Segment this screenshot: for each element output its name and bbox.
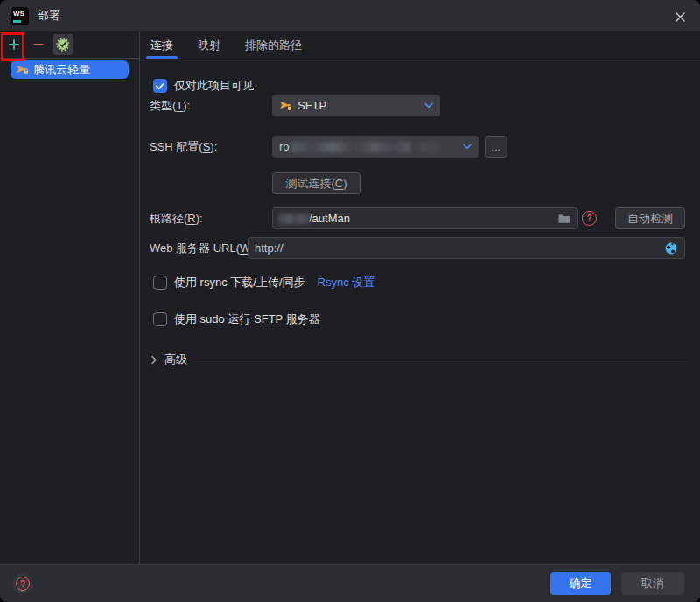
visible-only-row: 仅对此项目可见: [140, 78, 700, 94]
autodetect-button[interactable]: 自动检测: [615, 207, 685, 229]
help-icon: ?: [16, 577, 30, 591]
test-connection-row: 测试连接(C): [140, 172, 700, 194]
ssh-config-label: SSH 配置(S):: [150, 136, 217, 158]
root-path-redacted-prefix: [279, 214, 309, 224]
ssh-config-dropdown[interactable]: ro: [272, 136, 479, 158]
tab-bar: 连接 映射 排除的路径: [140, 32, 700, 60]
type-row: 类型(T): SFTP: [140, 94, 700, 116]
dialog-title: 部署: [38, 8, 60, 24]
sudo-checkbox[interactable]: [153, 312, 167, 326]
folder-icon[interactable]: [557, 212, 571, 226]
titlebar: WS 部署: [0, 0, 700, 32]
sidebar-toolbar: [0, 32, 139, 59]
remove-server-button[interactable]: [28, 34, 49, 55]
webstorm-logo-underscore: [13, 20, 21, 23]
ssh-config-row: SSH 配置(S): ro ...: [140, 136, 700, 158]
ssh-config-visible-text: ro: [279, 140, 290, 153]
web-url-field[interactable]: http://: [248, 237, 685, 259]
sftp-type-icon: [279, 99, 292, 112]
globe-icon[interactable]: [664, 242, 678, 256]
chevron-right-icon: [150, 355, 158, 365]
root-path-field[interactable]: /autMan: [272, 207, 578, 229]
check-icon: [156, 82, 164, 90]
root-path-help-icon[interactable]: ?: [582, 211, 597, 226]
visible-only-label: 仅对此项目可见: [174, 78, 254, 94]
settings-pane: 连接 映射 排除的路径 仅对此项目可见 类型(T):: [140, 32, 700, 564]
webstorm-logo-text: WS: [13, 10, 24, 18]
minus-icon: [32, 38, 45, 51]
ssh-config-redacted-value: [291, 142, 410, 152]
visible-only-checkbox[interactable]: [153, 79, 167, 93]
web-url-label: Web 服务器 URL(W):: [150, 237, 257, 259]
webstorm-logo-icon: WS: [10, 7, 29, 25]
advanced-divider: [196, 360, 686, 360]
verified-badge-icon: [56, 38, 70, 52]
server-list-sidebar: 腾讯云轻量: [0, 32, 140, 564]
test-connection-button[interactable]: 测试连接(C): [272, 172, 360, 194]
sftp-server-icon: [16, 63, 29, 76]
rsync-checkbox[interactable]: [153, 276, 167, 290]
server-name: 腾讯云轻量: [33, 62, 90, 78]
rsync-settings-link[interactable]: Rsync 设置: [318, 275, 375, 290]
ssh-config-more-button[interactable]: ...: [485, 136, 508, 158]
advanced-section-toggle[interactable]: 高级: [150, 353, 686, 367]
root-path-label: 根路径(R):: [150, 207, 203, 229]
tab-excluded-paths[interactable]: 排除的路径: [245, 32, 302, 59]
sudo-label: 使用 sudo 运行 SFTP 服务器: [174, 312, 320, 327]
type-dropdown[interactable]: SFTP: [272, 94, 440, 116]
rsync-label: 使用 rsync 下载/上传/同步: [174, 275, 305, 290]
type-label: 类型(T):: [150, 94, 190, 116]
sudo-row: 使用 sudo 运行 SFTP 服务器: [140, 312, 700, 327]
plus-icon: [8, 38, 20, 51]
rsync-row: 使用 rsync 下载/上传/同步 Rsync 设置: [140, 275, 700, 290]
deployment-dialog: WS 部署: [0, 0, 700, 602]
cancel-button[interactable]: 取消: [621, 572, 684, 595]
tab-connection[interactable]: 连接: [150, 32, 173, 59]
help-button[interactable]: ?: [12, 573, 33, 594]
server-list-item-selected[interactable]: 腾讯云轻量: [10, 60, 129, 79]
ok-button[interactable]: 确定: [550, 572, 611, 595]
root-path-visible-text: /autMan: [309, 212, 350, 225]
ssh-config-redacted-suffix: [416, 142, 439, 152]
dialog-body: 腾讯云轻量 连接 映射 排除的路径 仅对此项目可见: [0, 32, 700, 564]
web-url-row: Web 服务器 URL(W): http://: [140, 237, 700, 259]
chevron-down-icon: [463, 144, 472, 150]
type-value: SFTP: [298, 99, 326, 112]
close-button[interactable]: [670, 7, 690, 26]
root-path-row: 根路径(R): /autMan ? 自动检测: [140, 207, 700, 229]
web-url-value: http://: [255, 242, 284, 255]
close-icon: [675, 11, 686, 23]
use-as-default-button[interactable]: [52, 34, 74, 55]
dialog-footer: ? 确定 取消: [0, 564, 700, 602]
advanced-label: 高级: [164, 352, 187, 368]
add-server-button[interactable]: [4, 34, 24, 55]
tab-mappings[interactable]: 映射: [198, 32, 220, 59]
chevron-down-icon: [424, 102, 433, 108]
